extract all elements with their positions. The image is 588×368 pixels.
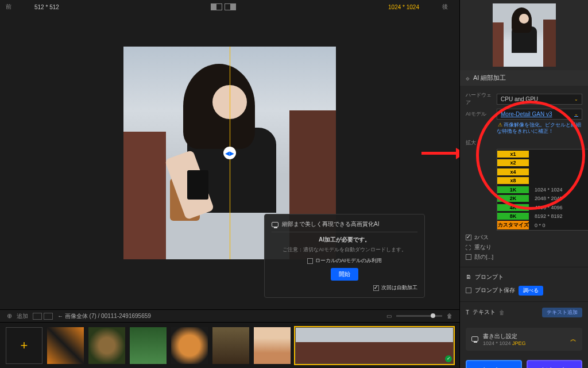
export-icon xyxy=(471,336,478,342)
scale-option-カスタマイズ[interactable]: カスタマイズ0 * 0 xyxy=(497,221,588,230)
text-icon: T xyxy=(466,309,469,316)
start-button[interactable]: 開始 xyxy=(331,268,358,281)
scale-label: 拡大 xyxy=(466,138,493,147)
thumb-1[interactable] xyxy=(47,327,84,364)
compare-mode-b[interactable] xyxy=(225,3,236,10)
overlay-header: 細部まで美しく再現できる高画質化AI xyxy=(282,220,379,228)
overlay-slider-label: 重なり xyxy=(474,244,492,251)
export-button[interactable]: 書き出し xyxy=(466,360,522,368)
section-title: AI 細部加工 xyxy=(473,74,506,82)
crop-icon: ⛶ xyxy=(466,244,471,251)
thumb-2[interactable] xyxy=(88,327,125,364)
thumb-5[interactable] xyxy=(212,327,249,364)
two-pass-checkbox[interactable] xyxy=(466,235,471,240)
export-settings[interactable]: 書き出し設定 1024 * 1024 JPEG ︽ xyxy=(466,328,582,351)
overlay-note: ご注意：適切なAIモデルを自動ダウンロードします。 xyxy=(272,246,417,254)
chevron-down-icon: ⌄ xyxy=(574,97,578,102)
sidebar-thumbnail xyxy=(493,3,556,67)
monitor-icon xyxy=(272,222,278,227)
thumb-4[interactable] xyxy=(171,327,208,364)
trash-icon[interactable]: 🗑 xyxy=(447,313,452,319)
view-grid[interactable] xyxy=(33,313,42,320)
thumb-zoom-slider[interactable] xyxy=(396,315,442,317)
scale-option-2K[interactable]: 2K2048 * 2048 xyxy=(497,194,588,204)
text-add-button[interactable]: テキスト追加 xyxy=(542,308,582,317)
breadcrumb[interactable]: ← 画像全体 (7) / 00111-2491695659 xyxy=(57,312,151,320)
dim-after: 1024 * 1024 xyxy=(388,4,419,10)
auto-next-checkbox[interactable] xyxy=(373,285,379,291)
scale-option-1K[interactable]: 1K1024 * 1024 xyxy=(497,185,588,194)
hardware-label: ハードウェア xyxy=(466,91,493,106)
batch-export-button[interactable]: 一括書き出し xyxy=(527,360,583,368)
prompt-save-label: プロンプト保存 xyxy=(475,286,515,294)
scale-dropdown[interactable]: x1x2x4x81K1024 * 10242K2048 * 20484K4096… xyxy=(497,149,588,231)
thumb-6[interactable] xyxy=(254,327,291,364)
sparkle-icon: ⟐ xyxy=(466,75,470,82)
scale-option-x8[interactable]: x8 xyxy=(497,177,588,186)
hardware-select[interactable]: CPU and GPU⌄ xyxy=(497,94,582,105)
auto-next-label: 次回は自動加工 xyxy=(381,284,417,292)
export-dims: 1024 * 1024 xyxy=(483,340,511,346)
face-label: 顔の[...] xyxy=(474,254,493,261)
scale-option-8K[interactable]: 8K8192 * 8192 xyxy=(497,212,588,221)
model-select[interactable]: More-Detail GAN v3⌄ xyxy=(497,109,582,120)
thumb-7-selected[interactable] xyxy=(295,327,454,364)
annotation-arrow xyxy=(421,143,465,162)
add-image-tile[interactable]: + xyxy=(6,327,42,364)
overlay-need-text: AI加工が必要です。 xyxy=(272,236,417,244)
model-description: 画像解像を強化。ピクセルと繊細な特徴をきれいに補正！ xyxy=(497,122,581,134)
document-icon: 🗎 xyxy=(466,274,471,280)
sort-button[interactable]: 調べる xyxy=(519,286,543,296)
filmstrip: + xyxy=(0,322,459,368)
two-pass-label: 2パス xyxy=(474,234,489,241)
compare-mode-a[interactable] xyxy=(211,3,222,10)
dim-before: 512 * 512 xyxy=(34,4,59,10)
view-list[interactable] xyxy=(44,313,53,320)
scale-option-x2[interactable]: x2 xyxy=(497,159,588,168)
model-label: AIモデル xyxy=(466,110,493,118)
compare-slider-handle[interactable]: ◀▶ xyxy=(223,147,236,159)
scale-option-4K[interactable]: 4K4096 * 4096 xyxy=(497,203,588,212)
expand-icon[interactable]: ︽ xyxy=(570,335,577,343)
text-title: テキスト xyxy=(473,308,496,316)
chevron-down-icon: ⌄ xyxy=(574,112,578,117)
processing-overlay: 細部まで美しく再現できる高画質化AI AI加工が必要です。 ご注意：適切なAIモ… xyxy=(264,214,425,298)
local-only-label: ローカルのAIモデルのみ利用 xyxy=(315,257,382,264)
add-label: 追加 xyxy=(17,312,28,320)
prompt-title: プロンプト xyxy=(475,273,504,281)
scale-option-x4[interactable]: x4 xyxy=(497,167,588,177)
trash-icon[interactable]: 🗑 xyxy=(499,309,505,316)
local-only-checkbox[interactable] xyxy=(307,258,313,264)
export-title: 書き出し設定 xyxy=(483,332,526,340)
zoom-out-icon[interactable]: ▭ xyxy=(386,313,392,319)
warning-icon: ⚠ xyxy=(498,122,502,128)
prompt-save-checkbox[interactable] xyxy=(466,288,471,293)
add-icon[interactable]: ⊕ xyxy=(7,312,12,320)
export-format: JPEG xyxy=(512,340,526,346)
before-label: 前 xyxy=(6,3,11,11)
thumb-3[interactable] xyxy=(130,327,167,364)
after-label: 後 xyxy=(442,3,448,11)
face-checkbox[interactable] xyxy=(466,254,471,260)
scale-option-x1[interactable]: x1 xyxy=(497,150,588,159)
